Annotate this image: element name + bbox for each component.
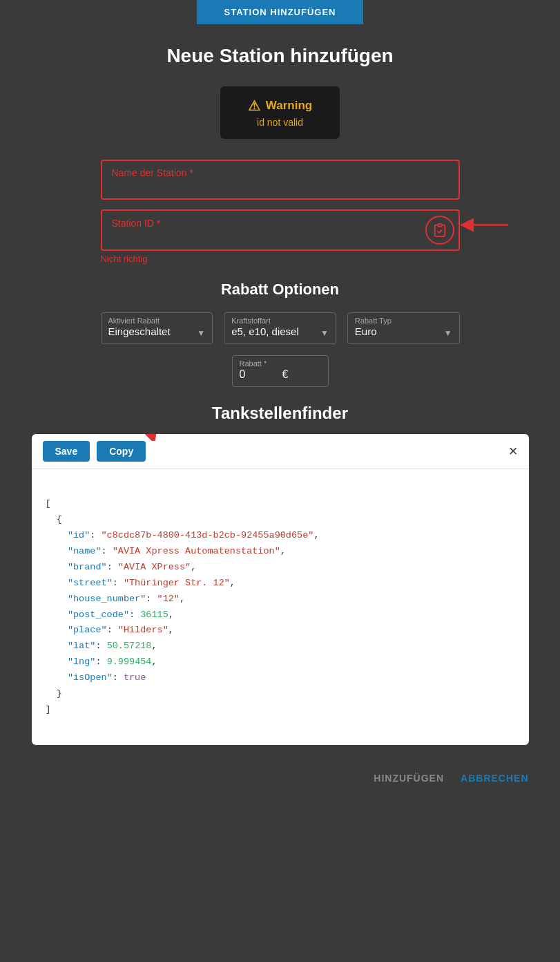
aktiviert-label: Aktiviert Rabatt (108, 317, 160, 325)
warning-title: ⚠ Warning (248, 97, 312, 114)
rabatt-typ-select[interactable]: Euro Prozent (355, 326, 452, 337)
json-close-button[interactable]: × (509, 444, 518, 459)
footer-buttons: HINZUFÜGEN ABBRECHEN (32, 773, 529, 784)
rabatt-input-group: Rabatt * € (232, 355, 329, 387)
rabatt-section-title: Rabatt Optionen (221, 281, 339, 299)
hinzufuegen-button[interactable]: HINZUFÜGEN (374, 773, 444, 784)
warning-box: ⚠ Warning id not valid (220, 86, 340, 139)
kraftstoff-label: Kraftstoffart (231, 317, 271, 325)
rabatt-typ-label: Rabatt Typ (355, 317, 392, 325)
page-title: Neue Station hinzufügen (166, 45, 393, 67)
warning-label: Warning (266, 99, 312, 113)
aktiviert-dropdown-group: Aktiviert Rabatt Eingeschaltet Ausgescha… (101, 312, 213, 344)
json-save-button[interactable]: Save (43, 441, 90, 462)
rabatt-label: Rabatt * (240, 359, 267, 368)
dropdowns-row: Aktiviert Rabatt Eingeschaltet Ausgescha… (101, 312, 460, 344)
abbrechen-button[interactable]: ABBRECHEN (461, 773, 528, 784)
json-copy-button[interactable]: Copy (97, 441, 146, 462)
station-id-group: Station ID * (101, 209, 460, 251)
error-text: Nicht richtig (101, 254, 148, 264)
tab-bar: STATION HINZUFÜGEN (0, 0, 560, 24)
clipboard-icon (432, 223, 447, 238)
name-input[interactable] (101, 160, 460, 200)
kraftstoff-select[interactable]: e5, e10, diesel e5 e10 diesel (231, 326, 329, 337)
rabatt-currency: € (282, 368, 289, 381)
aktiviert-select[interactable]: Eingeschaltet Ausgeschaltet (108, 326, 206, 337)
rabatt-input[interactable] (240, 368, 274, 381)
form-section: Name der Station * Station ID * (101, 160, 460, 404)
clipboard-button[interactable] (425, 216, 454, 245)
json-toolbar: Save Copy × (32, 434, 529, 469)
arrow-annotation (460, 208, 515, 245)
rabatt-row: Rabatt * € (101, 355, 460, 387)
json-panel: Save Copy × [ { "id": "c8cdc87b-4800-413… (32, 434, 529, 745)
dialog: STATION HINZUFÜGEN Neue Station hinzufüg… (0, 0, 560, 962)
name-input-group: Name der Station * (101, 160, 460, 200)
station-id-input[interactable] (101, 209, 460, 251)
kraftstoff-dropdown-group: Kraftstoffart e5, e10, diesel e5 e10 die… (224, 312, 336, 344)
rabatt-row-inner: € (240, 368, 314, 381)
tab-station-hinzufuegen[interactable]: STATION HINZUFÜGEN (197, 0, 364, 24)
json-content: [ { "id": "c8cdc87b-4800-413d-b2cb-92455… (32, 469, 529, 745)
warning-subtitle: id not valid (257, 117, 303, 128)
svg-rect-0 (438, 224, 442, 227)
warning-icon: ⚠ (248, 97, 260, 114)
tankstellenfinder-title: Tankstellenfinder (212, 404, 348, 423)
rabatt-typ-dropdown-group: Rabatt Typ Euro Prozent ▼ (347, 312, 460, 344)
